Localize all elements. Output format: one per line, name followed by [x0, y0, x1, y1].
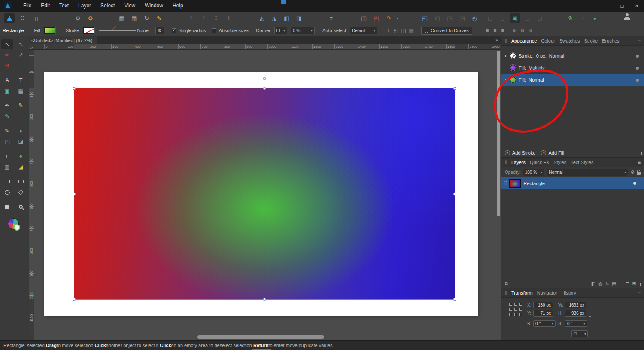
handle-bottom-center[interactable] [263, 298, 266, 301]
menu-help[interactable]: Help [168, 0, 188, 12]
document-tab[interactable]: <Untitled> [Modified] (67.2%) [29, 36, 97, 44]
point-transform-tool[interactable]: ↗ [15, 50, 27, 60]
stroke-style-value[interactable]: None [137, 28, 149, 33]
panel-grip-icon[interactable]: ∥ [505, 38, 507, 43]
horizontal-scrollbar-thumb[interactable] [197, 335, 324, 339]
paint-brush-tool[interactable]: ✎ [1, 126, 13, 136]
blend-options-gear-icon[interactable]: ⚙ [630, 170, 635, 175]
view-mode-2-icon[interactable]: ◻ [498, 13, 507, 23]
knife-tool[interactable]: ◢ [15, 162, 27, 172]
pen-tool[interactable]: ✒ [1, 100, 13, 110]
vector-crop-tool[interactable]: ◰ [1, 137, 13, 146]
color-selector[interactable] [8, 218, 21, 231]
menu-select[interactable]: Select [96, 0, 119, 12]
autoselect-dropdown[interactable]: Default▾ [350, 27, 377, 34]
zoom-tool[interactable] [15, 202, 27, 212]
view-image-icon[interactable]: ▣ [510, 13, 520, 23]
tab-history[interactable]: History [562, 290, 576, 295]
close-document-icon[interactable]: × [495, 36, 498, 44]
tab-navigator[interactable]: Navigator [537, 290, 557, 295]
show-alignment-box-icon[interactable]: ◫ [400, 27, 407, 34]
convert-to-curves-button[interactable]: Convert to Curves [421, 27, 472, 35]
style-picker-tool[interactable]: ▥ [1, 162, 13, 172]
anchor-point-selector[interactable] [509, 303, 524, 317]
handle-top-left[interactable] [73, 87, 76, 90]
contour-tool[interactable]: ✏ [1, 50, 13, 60]
rotation-dropdown[interactable]: 0 °▾ [533, 320, 556, 327]
symbol-tool[interactable]: ♦ [15, 126, 27, 136]
insert-behind-icon[interactable]: ◫ [359, 13, 369, 23]
align-middle-icon[interactable]: ≡ [519, 27, 526, 34]
snap-option-4-icon[interactable]: ◳ [457, 13, 467, 23]
list-view-icon[interactable]: ≣ [625, 281, 629, 286]
eraser-tool[interactable]: ◪ [15, 137, 27, 146]
layer-effects-icon[interactable]: fx [606, 281, 609, 286]
single-radius-checkbox[interactable]: ✓ [172, 28, 176, 33]
visibility-dot-icon[interactable] [636, 55, 639, 58]
tab-brushes[interactable]: Brushes [602, 38, 619, 43]
flip-horizontal-icon[interactable]: ◭ [257, 13, 267, 23]
snap-grid-icon[interactable]: ▦ [117, 13, 127, 23]
menu-text[interactable]: Text [55, 0, 73, 12]
transform-origin-icon[interactable]: + [384, 27, 392, 34]
arrange-a-icon[interactable]: ◧ [282, 13, 292, 23]
cycle-selection-box-icon[interactable]: ◰ [392, 27, 400, 34]
stroke-swatch[interactable] [83, 27, 94, 34]
gradient-rectangle-object[interactable] [74, 88, 455, 299]
panel-menu-icon[interactable]: ≡ [638, 290, 641, 296]
snap-option-3-icon[interactable]: ◲ [445, 13, 455, 23]
fill-swatch[interactable] [44, 27, 55, 34]
pixel-persona-icon[interactable] [17, 13, 27, 23]
visibility-dot-icon[interactable] [636, 67, 639, 70]
fill1-row-mode[interactable]: Multiply [529, 65, 544, 70]
transform-options-button[interactable]: ◫▾ [571, 330, 588, 337]
appearance-row-fill-multiply[interactable]: Fill: Multiply [501, 62, 644, 74]
corner-percent-dropdown[interactable]: 0 %▾ [291, 27, 315, 34]
menu-view[interactable]: View [119, 0, 140, 12]
menu-window[interactable]: Window [140, 0, 168, 12]
pencil-edit-icon[interactable]: ✎ [154, 13, 164, 23]
assets-gear-icon[interactable]: ⚙ [85, 13, 95, 23]
designer-persona-icon[interactable] [4, 13, 15, 23]
studio-1-icon[interactable]: ⚗ [565, 13, 575, 23]
pencil-tool[interactable]: ✎ [15, 100, 27, 110]
move-tool[interactable]: ↖ [1, 39, 13, 49]
layer-drag-handle-icon[interactable]: ⠿ [504, 181, 507, 186]
panel-menu-icon[interactable]: ≡ [638, 38, 641, 44]
duplicate-layer-icon[interactable]: ⧉ [505, 281, 508, 286]
studio-3-icon[interactable]: ◕ [590, 13, 600, 23]
handle-mid-left[interactable] [73, 192, 76, 195]
align-top-icon[interactable]: ≡ [511, 27, 519, 34]
fill-normal-swatch-icon[interactable] [510, 77, 516, 83]
rectangle-tool[interactable] [1, 177, 13, 186]
preferences-gear-icon[interactable]: ⚙ [73, 13, 83, 23]
stroke-settings-button[interactable]: ⚙ [155, 27, 164, 34]
grid-icon[interactable]: ▦ [129, 13, 139, 23]
move-forward-icon[interactable]: ↥ [199, 13, 209, 23]
view-mode-4-icon[interactable]: ◻ [535, 13, 545, 23]
vertical-scrollbar-thumb[interactable] [497, 51, 500, 216]
y-input[interactable]: 71 px [533, 310, 553, 317]
tab-text-styles[interactable]: Text Styles [571, 160, 593, 165]
stroke-swatch-icon[interactable] [510, 53, 516, 59]
tab-appearance[interactable]: Appearance [511, 38, 537, 43]
snap-option-1-icon[interactable]: ◰ [420, 13, 430, 23]
w-input[interactable]: 1692 px [565, 302, 586, 308]
table-tool[interactable]: ▦ [15, 86, 27, 96]
layer-options-icon[interactable]: ▤ [612, 281, 616, 286]
insert-inside-icon[interactable]: ◰ [371, 13, 381, 23]
undo-brush-icon[interactable]: ↷ [384, 13, 394, 23]
align-left-icon[interactable]: ≡ [483, 27, 491, 34]
add-fill-button[interactable]: Add Fill [548, 150, 564, 155]
lock-icon[interactable] [637, 172, 641, 175]
blend-mode-dropdown[interactable]: Normal▾ [547, 169, 628, 176]
menu-edit[interactable]: Edit [36, 0, 55, 12]
stroke-width-slider[interactable] [99, 27, 136, 33]
delete-layer-trash-icon[interactable] [640, 281, 641, 286]
artistic-text-tool[interactable]: A [1, 75, 13, 85]
handle-top-right[interactable] [453, 87, 456, 90]
move-backward-icon[interactable]: ↧ [211, 13, 221, 23]
snap-option-2-icon[interactable]: ◱ [432, 13, 442, 23]
tab-stroke[interactable]: Stroke [584, 38, 598, 43]
panel-grip-icon[interactable]: ∥ [505, 160, 507, 164]
